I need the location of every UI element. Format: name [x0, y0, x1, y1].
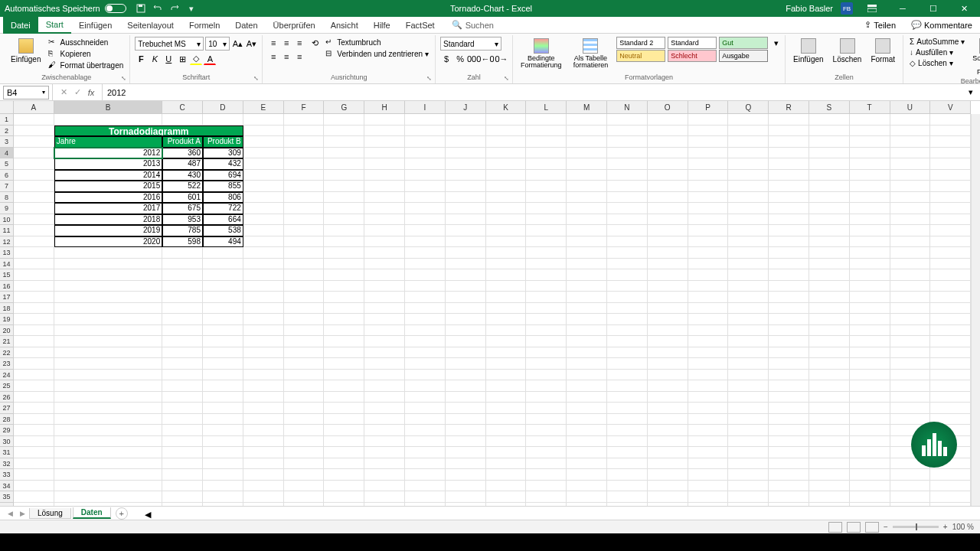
cell[interactable] [243, 292, 284, 303]
cell[interactable] [688, 358, 729, 370]
cell[interactable] [364, 447, 405, 458]
cell[interactable]: 694 [203, 170, 243, 181]
cell[interactable] [648, 403, 688, 414]
cell[interactable] [728, 347, 769, 359]
column-header[interactable]: A [14, 101, 54, 114]
cell[interactable] [324, 136, 364, 148]
cell[interactable] [526, 403, 567, 414]
cell[interactable] [728, 447, 769, 458]
cell[interactable] [405, 403, 446, 414]
normal-view-button[interactable] [828, 522, 842, 533]
cell[interactable]: 722 [203, 203, 243, 214]
cell[interactable] [162, 325, 203, 337]
cell[interactable] [648, 436, 688, 448]
cell[interactable] [567, 148, 607, 159]
cell[interactable] [243, 192, 284, 204]
cell[interactable] [405, 469, 446, 481]
cell[interactable] [14, 481, 54, 492]
cell[interactable] [567, 347, 607, 359]
cell[interactable] [405, 436, 446, 448]
cell[interactable] [162, 358, 203, 370]
cell[interactable] [405, 114, 446, 126]
cell[interactable] [162, 403, 203, 414]
cell[interactable] [728, 281, 769, 292]
row-header[interactable]: 2 [0, 126, 14, 137]
cell[interactable] [728, 170, 769, 181]
cell[interactable] [243, 447, 284, 458]
cell[interactable] [688, 336, 729, 347]
cell[interactable] [203, 281, 243, 292]
cell[interactable] [14, 458, 54, 470]
cell[interactable] [567, 181, 607, 192]
cell[interactable] [890, 325, 931, 337]
cell[interactable] [567, 225, 607, 236]
cell[interactable] [14, 392, 54, 403]
cell[interactable] [364, 281, 405, 292]
column-header[interactable]: I [405, 101, 446, 114]
cell[interactable] [769, 425, 809, 436]
cell[interactable] [648, 358, 688, 370]
cell[interactable] [243, 314, 284, 325]
cell[interactable] [14, 414, 54, 425]
cell[interactable] [54, 469, 162, 481]
merge-button[interactable]: ⊟Verbinden und zentrieren ▾ [324, 48, 430, 59]
cell[interactable] [567, 314, 607, 325]
cell[interactable] [364, 203, 405, 214]
cell[interactable] [890, 469, 931, 481]
select-all-corner[interactable] [0, 101, 14, 114]
cell[interactable] [405, 325, 446, 337]
cell[interactable] [930, 325, 971, 337]
cell[interactable] [850, 192, 890, 204]
column-header[interactable]: C [162, 101, 203, 114]
cell[interactable] [54, 447, 162, 458]
cell[interactable] [162, 469, 203, 481]
cell[interactable] [890, 269, 931, 281]
format-painter-button[interactable]: 🖌Format übertragen [47, 60, 125, 70]
cell[interactable] [284, 403, 325, 414]
cell[interactable] [930, 236, 971, 248]
font-size-dropdown[interactable]: 10▾ [205, 37, 230, 51]
cell[interactable] [769, 503, 809, 507]
cell[interactable] [284, 469, 325, 481]
cell[interactable] [526, 370, 567, 381]
cell[interactable] [607, 114, 648, 126]
cell[interactable] [930, 181, 971, 192]
cell[interactable] [930, 503, 971, 507]
cell[interactable] [284, 225, 325, 236]
cell[interactable] [284, 292, 325, 303]
cell[interactable] [324, 436, 364, 448]
close-button[interactable]: ✕ [952, 1, 975, 16]
cell[interactable] [284, 358, 325, 370]
cell[interactable] [809, 336, 850, 347]
cell[interactable] [243, 170, 284, 181]
cell[interactable] [809, 236, 850, 248]
minimize-button[interactable]: ─ [891, 1, 914, 16]
cell[interactable] [405, 392, 446, 403]
cell[interactable] [567, 247, 607, 259]
row-header[interactable]: 13 [0, 247, 14, 259]
cell[interactable]: 430 [162, 170, 203, 181]
row-header[interactable]: 20 [0, 325, 14, 337]
row-header[interactable]: 14 [0, 259, 14, 270]
autosum-button[interactable]: ΣAutoSumme ▾ [908, 37, 966, 47]
row-header[interactable]: 7 [0, 181, 14, 192]
cell[interactable] [324, 370, 364, 381]
cell[interactable] [284, 192, 325, 204]
cell[interactable] [243, 281, 284, 292]
cell[interactable] [688, 403, 729, 414]
cell[interactable] [809, 247, 850, 259]
cell[interactable] [890, 481, 931, 492]
cell[interactable] [607, 236, 648, 248]
cell[interactable] [324, 114, 364, 126]
cell[interactable] [526, 236, 567, 248]
cell[interactable] [728, 136, 769, 148]
user-avatar[interactable]: FB [841, 2, 853, 15]
cell[interactable] [324, 503, 364, 507]
cell[interactable] [243, 491, 284, 503]
cell[interactable] [607, 447, 648, 458]
cell[interactable] [850, 380, 890, 392]
cell[interactable] [850, 203, 890, 214]
cell[interactable]: 522 [162, 181, 203, 192]
cell[interactable] [567, 158, 607, 170]
cell[interactable] [728, 392, 769, 403]
